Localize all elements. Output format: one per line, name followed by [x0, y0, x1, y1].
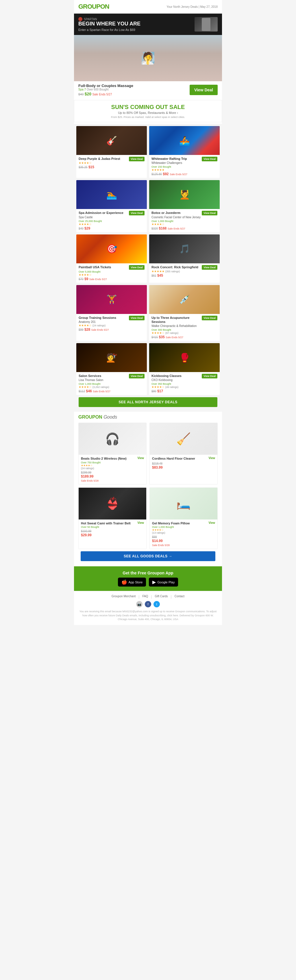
footer: Groupon Merchant | FAQ | Gift Cards | Co…: [74, 591, 222, 625]
deal-bought-2: Over 25,000 Bought: [79, 220, 145, 223]
hero-deal-info: Full-Body or Couples Massage Spa 7 Over …: [78, 84, 133, 96]
deal-stars-1: ★★★★★: [151, 168, 217, 172]
app-store-button[interactable]: 🍎 App Store: [118, 578, 146, 587]
deal-ratings-9: (49 ratings): [166, 386, 179, 388]
goods-cta-0[interactable]: View: [137, 457, 144, 460]
deal-price-new-3: $168: [159, 226, 167, 231]
footer-link-merchant[interactable]: Groupon Merchant: [111, 595, 135, 599]
deal-sale-3: Sale Ends 5/27: [168, 227, 185, 230]
goods-info-3: Gel Memory Foam Pillow View Over 1,000 B…: [150, 520, 217, 549]
goods-title-1: Cordless Hard Floor Cleaner: [152, 457, 208, 460]
goods-cta-2[interactable]: View: [137, 521, 144, 524]
deal-title-row-2: Spa Admission or Experience Spa Castle V…: [79, 211, 145, 219]
google-play-button[interactable]: ▶ Google Play: [149, 578, 178, 587]
deal-info-0: Deep Purple & Judas Priest View Deal ★★★…: [76, 155, 147, 171]
goods-ratings-0: (24 ratings): [81, 467, 144, 470]
deal-bought-8: Over 1,000 Bought: [79, 382, 145, 385]
instagram-icon[interactable]: 📷: [136, 601, 143, 608]
deal-title-row-3: Botox or Juvederm Cosmetic Facial Center…: [151, 211, 217, 219]
deal-price-new-2: $29: [84, 226, 90, 231]
goods-price-old-0: $299.99: [81, 471, 91, 474]
deal-card-2: 🏊 Spa Admission or Experience Spa Castle…: [76, 180, 147, 232]
deal-cta-0[interactable]: View Deal: [129, 157, 145, 161]
deal-cta-2[interactable]: View Deal: [129, 211, 145, 215]
deal-sale-8: Sale Ends 5/27: [93, 390, 110, 393]
deal-title-group-8: Salon Services Lisa Thomas Salon: [79, 374, 103, 382]
footer-link-gift-cards[interactable]: Gift Cards: [155, 595, 168, 599]
goods-price-0: $299.99 $189.99 Sale Ends 5/28: [81, 470, 144, 482]
hero-image: 🧖: [74, 35, 222, 81]
twitter-icon[interactable]: t: [153, 601, 160, 608]
deal-price-new-0: $15: [88, 165, 94, 169]
deal-price-new-7: $35: [159, 335, 165, 339]
deal-title-group-9: Kickboxing Classes CKO Kickboxing: [151, 374, 181, 382]
deal-price-2: $40 $29: [79, 226, 145, 231]
see-all-goods-button[interactable]: SEE ALL GOODS DEALS →: [81, 551, 215, 561]
deal-info-5: Rock Concert: Rick Springfield View Deal…: [149, 263, 220, 279]
deal-price-old-1: $125.80: [151, 173, 162, 176]
deal-cta-5[interactable]: View Deal: [202, 265, 217, 270]
deal-cta-4[interactable]: View Deal: [129, 265, 145, 270]
goods-price-old-3: $99: [152, 535, 157, 539]
footer-link-faq[interactable]: FAQ: [142, 595, 148, 599]
deal-title-9: Kickboxing Classes: [151, 374, 181, 377]
deal-title-group-1: Whitewater Rafting Trip Whitewater Chall…: [151, 157, 187, 165]
hero-view-deal-button[interactable]: View Deal: [189, 85, 218, 95]
goods-price-2: $193.99 $29.99: [81, 529, 144, 537]
deal-title-1: Whitewater Rafting Trip: [151, 157, 187, 161]
deal-ratings-5: (355 ratings): [166, 270, 180, 273]
groupon-logo: GROUPON: [78, 3, 109, 10]
goods-card-1: 🧹 Cordless Hard Floor Cleaner View $218.…: [150, 423, 218, 484]
deal-cta-8[interactable]: View Deal: [129, 374, 145, 379]
see-all-deals-button[interactable]: SEE ALL NORTH JERSEY DEALS: [79, 397, 217, 407]
facebook-icon[interactable]: f: [145, 601, 151, 608]
deal-sale-7: Sale Ends 5/27: [166, 336, 183, 339]
deal-subtitle-7: Walke Chiropractic & Rehabilitation: [151, 325, 197, 328]
hero-spa-meta: Spa 7 Over 600 Bought: [78, 88, 133, 91]
deal-stars-9: ★★★★☆ (49 ratings): [151, 385, 217, 388]
deal-price-old-3: $320: [151, 227, 158, 230]
deal-info-3: Botox or Juvederm Cosmetic Facial Center…: [149, 209, 220, 232]
header-tagline: Your North Jersey Deals | May 27, 2018: [167, 5, 218, 8]
hero-deal: Full-Body or Couples Massage Spa 7 Over …: [74, 81, 222, 99]
deal-sale-1: Sale Ends 5/27: [170, 173, 187, 176]
deal-cta-7[interactable]: View Deal: [202, 316, 217, 320]
spartan-banner[interactable]: SPARTAN BEGIN WHERE YOU ARE Enter a Spar…: [74, 14, 222, 35]
goods-image-2: 👙: [79, 488, 146, 520]
footer-social: 📷 f t: [78, 601, 218, 608]
goods-price-new-0: $189.99: [81, 474, 93, 479]
deal-card-6: 🏋️ Group Training Sessions Anatomy 201 V…: [76, 285, 147, 341]
deal-card-8: 💇 Salon Services Lisa Thomas Salon View …: [76, 343, 147, 395]
deal-bought-1: Over 150 Bought: [151, 165, 217, 168]
deal-card-0: 🎸 Deep Purple & Judas Priest View Deal ★…: [76, 126, 147, 178]
footer-link-contact[interactable]: Contact: [175, 595, 185, 599]
goods-stars-0: ★★★★☆: [81, 464, 144, 467]
deal-card-3: 💆 Botox or Juvederm Cosmetic Facial Cent…: [149, 180, 220, 232]
deal-cta-1[interactable]: View Deal: [202, 157, 217, 161]
goods-title-0: Beats Studio 2 Wireless (New): [81, 457, 137, 460]
deal-price-old-4: $70: [79, 277, 84, 281]
deal-title-row-0: Deep Purple & Judas Priest View Deal: [79, 157, 145, 161]
spartan-headline: BEGIN WHERE YOU ARE: [78, 21, 140, 27]
deal-title-row-9: Kickboxing Classes CKO Kickboxing View D…: [151, 374, 217, 382]
deal-cta-3[interactable]: View Deal: [202, 211, 217, 215]
deal-cta-6[interactable]: View Deal: [129, 316, 145, 320]
deal-stars-5: ★★★★★ (355 ratings): [151, 270, 217, 273]
hero-deal-title: Full-Body or Couples Massage: [78, 84, 133, 88]
spartan-text: SPARTAN BEGIN WHERE YOU ARE Enter a Spar…: [78, 17, 140, 32]
deal-title-2: Spa Admission or Experience: [79, 211, 123, 215]
goods-card-2: 👙 Hot Sweat Cami with Trainer Belt View …: [78, 487, 146, 549]
deal-sale-4: Sale Ends 5/27: [89, 278, 107, 281]
deal-image-4: 🎯: [76, 234, 147, 263]
goods-cta-3[interactable]: View: [208, 521, 215, 524]
deal-image-2: 🏊: [76, 180, 147, 209]
sale-banner[interactable]: SUN'S COMING OUT SALE Up to 80% Off Spas…: [74, 100, 222, 122]
deal-image-6: 🏋️: [76, 285, 147, 314]
deal-title-group-3: Botox or Juvederm Cosmetic Facial Center…: [151, 211, 201, 219]
goods-cta-1[interactable]: View: [208, 457, 215, 460]
deal-card-1: 🚣 Whitewater Rafting Trip Whitewater Cha…: [149, 126, 220, 178]
deal-cta-9[interactable]: View Deal: [202, 374, 217, 379]
deal-stars-6: ★★★★☆ (24 ratings): [79, 324, 145, 327]
deal-title-row-5: Rock Concert: Rick Springfield View Deal: [151, 265, 217, 270]
deal-price-old-9: $80: [151, 390, 156, 393]
